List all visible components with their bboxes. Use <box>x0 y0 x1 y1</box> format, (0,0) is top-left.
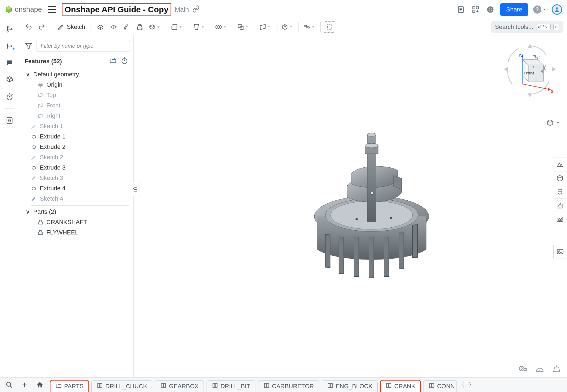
rollback-history-icon[interactable] <box>121 57 128 66</box>
extrude-tool[interactable] <box>95 21 106 33</box>
tree-default-geometry[interactable]: ∨ Default geometry <box>23 69 131 80</box>
add-tab-button[interactable]: + <box>17 379 32 391</box>
partstudio-icon <box>97 382 103 390</box>
svg-point-13 <box>7 44 8 45</box>
tree-extrude-1[interactable]: Extrude 1 <box>23 131 131 142</box>
svg-point-20 <box>138 24 141 26</box>
app-store-icon[interactable] <box>471 5 481 14</box>
image-tool[interactable] <box>553 245 567 258</box>
part-crankshaft[interactable]: CRANKSHAFT <box>23 217 131 227</box>
isometric-tool[interactable] <box>553 171 567 185</box>
mass-props-icon[interactable] <box>551 363 562 374</box>
appearance-tool[interactable] <box>553 158 567 171</box>
pattern-tool[interactable] <box>302 21 317 33</box>
svg-rect-69 <box>213 384 215 387</box>
search-tabs-icon[interactable] <box>2 379 17 391</box>
svg-point-42 <box>356 218 358 220</box>
tree-plane-right[interactable]: Right <box>23 111 131 121</box>
bom-icon[interactable] <box>4 115 15 126</box>
protractor-icon[interactable] <box>534 363 545 374</box>
transform-tool[interactable] <box>235 21 251 33</box>
tab-drill-bit[interactable]: DRILL_BIT <box>207 380 255 392</box>
tree-label: Sketch 3 <box>40 174 63 182</box>
tree-plane-front[interactable]: Front <box>23 100 131 111</box>
tab-conn[interactable]: CONN <box>423 380 457 392</box>
partstudio-icon <box>263 382 270 390</box>
tree-extrude-2[interactable]: Extrude 2 <box>23 142 131 152</box>
logo[interactable]: onshape <box>5 5 42 14</box>
section-tool[interactable] <box>553 185 567 199</box>
tape-measure-icon[interactable] <box>517 363 528 374</box>
selection-tool[interactable] <box>324 21 335 33</box>
comments-icon[interactable] <box>4 58 15 68</box>
sketch-button[interactable]: Sketch <box>54 23 88 31</box>
svg-point-7 <box>489 8 490 9</box>
pencil-icon <box>31 154 37 161</box>
learning-center-icon[interactable] <box>485 5 495 14</box>
tree-sketch-1[interactable]: Sketch 1 <box>23 121 131 131</box>
add-feature-folder-icon[interactable] <box>109 57 117 66</box>
document-title[interactable]: Onshape API Guide - Copy <box>62 3 172 16</box>
model-render <box>301 113 443 282</box>
thicken-tool[interactable] <box>147 21 162 33</box>
svg-text:(x): (x) <box>558 218 562 222</box>
tree-origin[interactable]: ◉ Origin <box>23 80 131 90</box>
tab-eng-block[interactable]: ENG_BLOCK <box>322 380 378 392</box>
redo-button[interactable] <box>36 21 47 33</box>
draft-tool[interactable] <box>191 21 207 33</box>
svg-rect-66 <box>100 384 102 387</box>
svg-point-62 <box>521 368 523 369</box>
user-avatar[interactable] <box>552 4 562 15</box>
menu-button[interactable] <box>48 6 56 13</box>
partstudio-icon <box>327 382 333 390</box>
svg-point-14 <box>7 47 8 49</box>
boolean-tool[interactable] <box>213 21 229 33</box>
plane-tool[interactable] <box>258 21 273 33</box>
revolve-tool[interactable] <box>108 21 119 33</box>
document-props-icon[interactable] <box>456 5 466 14</box>
fillet-tool[interactable] <box>169 21 184 33</box>
tabs-scroll-right[interactable]: 〉 <box>467 379 476 391</box>
camera-tool[interactable] <box>553 199 567 212</box>
model-canvas[interactable]: Top Front Right Z X Y ( <box>134 35 567 377</box>
tree-extrude-4[interactable]: Extrude 4 <box>23 183 131 194</box>
tabs-scroll-left[interactable]: 〈 <box>457 379 467 391</box>
filter-input[interactable] <box>37 40 130 52</box>
loft-tool[interactable] <box>134 21 145 33</box>
tree-parts-header[interactable]: ∨ Parts (2) <box>23 207 131 217</box>
part-studio-icon[interactable]: ▾ <box>4 75 15 85</box>
share-button[interactable]: Share <box>500 3 528 16</box>
branch-label[interactable]: Main <box>175 6 189 13</box>
tree-plane-top[interactable]: Top <box>23 90 131 100</box>
svg-point-26 <box>284 26 286 27</box>
undo-button[interactable] <box>23 21 34 33</box>
help-button[interactable]: ? <box>533 5 547 14</box>
view-cube[interactable]: Top Front Right Z X Y <box>503 43 557 98</box>
home-tab[interactable] <box>32 379 47 391</box>
part-flywheel[interactable]: FLYWHEEL <box>23 227 131 238</box>
tab-drill-chuck[interactable]: DRILL_CHUCK <box>91 380 152 392</box>
sweep-tool[interactable] <box>121 21 132 33</box>
variables-tool[interactable]: (x) <box>553 212 567 226</box>
tree-sketch-2[interactable]: Sketch 2 <box>23 152 131 162</box>
tab-parts[interactable]: PARTS <box>50 380 89 392</box>
filter-icon[interactable] <box>25 42 33 50</box>
rollback-bar[interactable] <box>31 204 129 207</box>
render-mode-button[interactable] <box>546 119 560 126</box>
extrude-icon <box>31 164 37 171</box>
tree-extrude-3[interactable]: Extrude 3 <box>23 162 131 173</box>
extrude-icon <box>31 185 37 192</box>
tree-sketch-3[interactable]: Sketch 3 <box>23 173 131 183</box>
search-tools[interactable]: Search tools... alt/⌥ c <box>491 21 563 33</box>
tab-gearbox[interactable]: GEARBOX <box>155 380 204 392</box>
copy-link-icon[interactable] <box>192 5 200 14</box>
hole-tool[interactable] <box>280 21 295 33</box>
tree-sketch-4[interactable]: Sketch 4 <box>23 194 131 204</box>
tab-label: GEARBOX <box>169 383 199 390</box>
tab-carburetor[interactable]: CARBURETOR <box>258 380 319 392</box>
insert-icon[interactable]: + <box>4 41 15 51</box>
tab-crank[interactable]: CRANK <box>380 380 420 392</box>
version-graph-icon[interactable] <box>4 24 15 34</box>
panel-collapse-handle[interactable] <box>129 183 141 196</box>
stopwatch-icon[interactable] <box>4 92 15 102</box>
